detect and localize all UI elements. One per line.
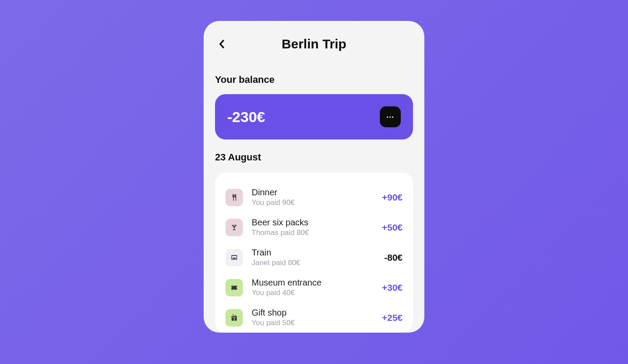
bus-icon — [225, 249, 243, 266]
expense-row[interactable]: TrainJanet paid 80€-80€ — [225, 242, 403, 272]
expense-subtitle: You paid 50€ — [252, 319, 382, 327]
header: Berlin Trip — [215, 37, 413, 51]
expense-amount: +25€ — [382, 313, 403, 323]
expense-title: Dinner — [252, 187, 382, 197]
expense-title: Museum entrance — [252, 278, 382, 288]
expense-list: DinnerYou paid 90€+90€Beer six packsThom… — [215, 173, 413, 333]
expense-amount: -80€ — [384, 252, 403, 263]
expense-subtitle: Janet paid 80€ — [252, 259, 384, 267]
ticket-icon — [225, 279, 243, 296]
more-button[interactable]: ... — [380, 106, 401, 127]
expense-info: Beer six packsThomas paid 80€ — [252, 218, 382, 237]
balance-card: -230€ ... — [215, 94, 413, 139]
expense-subtitle: You paid 40€ — [252, 289, 382, 297]
back-button[interactable] — [215, 37, 229, 51]
chevron-left-icon — [219, 40, 225, 48]
expense-info: TrainJanet paid 80€ — [252, 248, 384, 267]
expense-info: Museum entranceYou paid 40€ — [252, 278, 382, 297]
expense-title: Beer six packs — [252, 218, 382, 228]
utensils-icon — [225, 189, 243, 206]
expense-row[interactable]: Museum entranceYou paid 40€+30€ — [225, 272, 403, 303]
expense-row[interactable]: DinnerYou paid 90€+90€ — [225, 182, 403, 212]
expense-subtitle: Thomas paid 80€ — [252, 228, 382, 237]
expense-info: Gift shopYou paid 50€ — [252, 308, 382, 327]
app-screen: Berlin Trip Your balance -230€ ... 23 Au… — [204, 21, 424, 333]
expense-title: Gift shop — [252, 308, 382, 318]
dots-icon: ... — [386, 111, 394, 119]
expense-amount: +30€ — [382, 282, 403, 293]
expense-row[interactable]: Gift shopYou paid 50€+25€ — [225, 303, 403, 333]
expense-title: Train — [252, 248, 384, 258]
expense-info: DinnerYou paid 90€ — [252, 187, 382, 207]
balance-label: Your balance — [215, 74, 413, 85]
date-label: 23 August — [215, 152, 413, 163]
cocktail-icon — [225, 219, 243, 236]
page-title: Berlin Trip — [215, 37, 413, 51]
expense-subtitle: You paid 90€ — [252, 198, 382, 207]
expense-amount: +50€ — [382, 222, 403, 233]
expense-row[interactable]: Beer six packsThomas paid 80€+50€ — [225, 212, 403, 242]
gift-icon — [225, 309, 243, 327]
expense-amount: +90€ — [382, 192, 403, 203]
balance-amount: -230€ — [227, 109, 265, 126]
